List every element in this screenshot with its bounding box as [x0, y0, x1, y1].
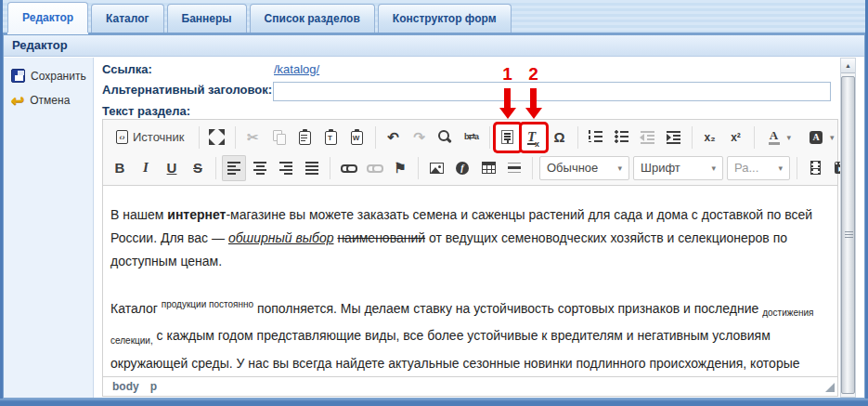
floppy-disk-icon — [11, 69, 25, 83]
toolbar-separator — [199, 126, 200, 149]
editor-content-area[interactable]: В нашем интернет-магазине вы можете зака… — [104, 188, 836, 375]
remove-format-button[interactable]: Tx 2 — [522, 124, 546, 151]
background-color-button[interactable]: A ▾ — [801, 124, 843, 151]
toolbar-separator — [330, 157, 330, 179]
editor-status-bar: body p — [103, 376, 837, 396]
copy-button[interactable] — [267, 124, 291, 151]
background-color-icon: A — [810, 131, 823, 144]
alt-title-input[interactable] — [273, 82, 831, 101]
strikethrough-button[interactable]: S — [186, 155, 210, 181]
outdent-icon — [640, 129, 655, 145]
bold-button[interactable]: B — [108, 155, 132, 181]
subscript-button[interactable]: x₂ — [698, 124, 722, 151]
justify-button[interactable] — [300, 155, 324, 181]
film-icon — [810, 161, 821, 175]
panel-title: Редактор — [4, 35, 864, 57]
select-all-button[interactable]: 1 — [496, 124, 520, 151]
horizontal-rule-button[interactable] — [502, 155, 526, 181]
align-center-icon — [253, 160, 268, 176]
tab-banners[interactable]: Баннеры — [167, 4, 247, 33]
insert-film-button[interactable] — [803, 155, 827, 181]
italic-button[interactable]: I — [134, 155, 158, 181]
save-button[interactable]: Сохранить — [4, 63, 93, 88]
section-link[interactable]: /katalog/ — [274, 62, 319, 76]
underline-button[interactable]: U — [160, 155, 184, 181]
window-border — [0, 399, 868, 406]
resize-grip-icon[interactable] — [825, 383, 835, 392]
chevron-down-icon: ▾ — [787, 133, 792, 142]
search-icon — [437, 129, 453, 145]
indent-button[interactable] — [662, 124, 686, 151]
panel-scrollbar[interactable]: ▲ — [840, 58, 856, 398]
align-left-icon — [227, 160, 242, 176]
bulleted-list-button[interactable] — [610, 124, 634, 151]
scroll-up-button[interactable]: ▲ — [841, 59, 855, 73]
select-all-icon — [501, 130, 513, 144]
tab-label: Баннеры — [182, 12, 232, 25]
tab-label: Редактор — [22, 11, 73, 24]
toolbar-separator — [577, 126, 578, 149]
bulleted-list-icon — [614, 129, 629, 145]
undo-button[interactable]: ↶ — [382, 124, 406, 151]
maximize-button[interactable] — [205, 124, 229, 151]
paste-button[interactable] — [293, 124, 317, 151]
format-select-value: Обычное — [547, 161, 598, 175]
maximize-icon — [209, 129, 225, 145]
tab-section-list[interactable]: Список разделов — [250, 4, 375, 33]
toolbar-separator — [797, 157, 797, 179]
toolbar-row-2: B I U S ⚑ f Обычное — [107, 152, 834, 183]
italic-icon: I — [143, 161, 149, 175]
alt-title-label: Альтернативный заголовок: — [102, 83, 272, 97]
flash-icon: f — [456, 162, 469, 175]
outdent-button[interactable] — [636, 124, 660, 151]
scrollbar-grip-icon — [845, 231, 853, 239]
font-select[interactable]: Шрифт ▾ — [633, 156, 723, 180]
element-path-body[interactable]: body — [112, 380, 139, 393]
superscript-button[interactable]: x² — [724, 124, 748, 151]
tab-catalog[interactable]: Каталог — [91, 4, 164, 33]
tab-editor[interactable]: Редактор — [7, 2, 88, 33]
table-icon — [482, 162, 496, 174]
font-select-value: Шрифт — [641, 161, 680, 175]
subscript-icon: x₂ — [704, 132, 715, 143]
special-char-button[interactable]: Ω — [548, 124, 572, 151]
image-icon — [430, 163, 444, 174]
cut-button[interactable]: ✂ — [241, 124, 266, 151]
anchor-button[interactable]: ⚑ — [388, 155, 412, 181]
insert-image-button[interactable] — [424, 155, 448, 181]
source-button[interactable]: ‹› Источник — [108, 124, 193, 151]
link-icon — [341, 160, 356, 176]
align-right-button[interactable] — [274, 155, 298, 181]
paragraph: В нашем интернет-магазине вы можете зака… — [110, 203, 823, 273]
insert-flash-button[interactable]: f — [450, 155, 474, 181]
unlink-icon — [367, 160, 382, 176]
paste-plain-text-button[interactable]: T — [319, 124, 343, 151]
insert-table-button[interactable] — [476, 155, 500, 181]
align-center-button[interactable] — [248, 155, 272, 181]
align-left-button[interactable] — [222, 155, 246, 181]
numbered-list-button[interactable] — [584, 124, 608, 151]
tab-label: Каталог — [106, 12, 149, 25]
scrollbar-thumb[interactable] — [841, 76, 855, 394]
flag-icon: ⚑ — [394, 161, 406, 175]
redo-button[interactable]: ↷ — [408, 124, 432, 151]
font-size-select[interactable]: Ра... ▾ — [727, 156, 790, 180]
underline-icon: U — [167, 161, 177, 175]
find-button[interactable] — [434, 124, 458, 151]
tab-form-builder[interactable]: Конструктор форм — [378, 4, 512, 33]
paste-from-word-button[interactable]: W — [345, 124, 369, 151]
unlink-button[interactable] — [362, 155, 386, 181]
copy-icon — [271, 129, 287, 145]
insert-link-button[interactable] — [336, 155, 360, 181]
paragraph-format-select[interactable]: Обычное ▾ — [539, 156, 629, 180]
cancel-button[interactable]: ↩ Отмена — [4, 88, 93, 112]
replace-button[interactable]: b⇄a — [460, 124, 484, 151]
link-label: Ссылка: — [102, 62, 152, 76]
save-label: Сохранить — [31, 70, 86, 83]
replace-icon: b⇄a — [464, 133, 478, 141]
section-text-label: Текст раздела: — [102, 104, 190, 118]
element-path-p[interactable]: p — [150, 380, 157, 393]
redo-icon: ↷ — [413, 130, 425, 144]
tab-strip: Редактор Каталог Баннеры Список разделов… — [3, 0, 865, 34]
text-color-button[interactable]: A ▾ — [760, 124, 800, 151]
